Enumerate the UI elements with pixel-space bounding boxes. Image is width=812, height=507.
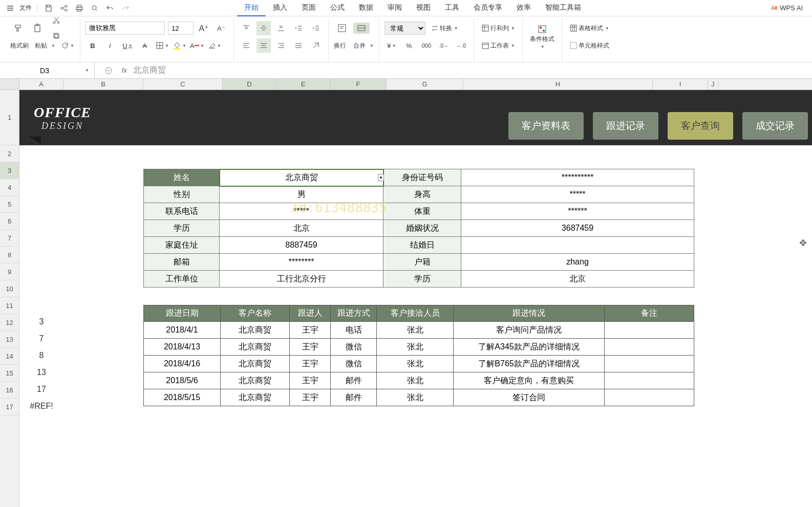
col-header-C[interactable]: C (143, 79, 223, 90)
follow-cell[interactable]: 2018/5/15 (144, 389, 221, 406)
follow-cell[interactable]: 2018/4/1 (144, 322, 221, 339)
follow-cell[interactable]: 张北 (377, 322, 454, 339)
follow-header[interactable]: 客户名称 (221, 305, 290, 322)
follow-cell[interactable]: 王宇 (290, 322, 331, 339)
detail-label[interactable]: 性别 (144, 186, 220, 203)
align-right-icon[interactable] (274, 38, 288, 53)
increase-font-icon[interactable]: A⁺ (197, 21, 211, 35)
cell-ref-input[interactable] (5, 67, 84, 75)
follow-cell[interactable]: 张北 (377, 389, 454, 406)
follow-cell[interactable]: 张北 (377, 356, 454, 372)
follow-cell[interactable]: 张北 (377, 339, 454, 356)
follow-cell[interactable] (605, 389, 694, 406)
detail-label[interactable]: 户籍 (383, 254, 461, 271)
cell-a13[interactable]: 7 (19, 334, 63, 343)
tab-数据[interactable]: 数据 (352, 0, 380, 16)
col-header-E[interactable]: E (276, 79, 330, 90)
increase-indent-icon[interactable] (309, 21, 323, 35)
detail-value[interactable]: 北京 (461, 271, 694, 288)
tab-审阅[interactable]: 审阅 (380, 0, 409, 16)
currency-icon[interactable]: ¥▼ (384, 38, 399, 53)
table-style-button[interactable]: 表格样式▼ (567, 23, 611, 34)
nav-button[interactable]: 跟进记录 (593, 112, 658, 140)
follow-cell[interactable]: 王宇 (290, 339, 331, 356)
detail-label[interactable]: 工作单位 (144, 271, 220, 288)
follow-cell[interactable]: 北京商贸 (221, 322, 290, 339)
row-header-3[interactable]: 3 (0, 162, 19, 179)
merge-label[interactable]: 合并 (353, 41, 366, 50)
col-header-J[interactable]: J (708, 79, 718, 90)
paste-button[interactable] (30, 23, 46, 34)
undo-icon[interactable] (104, 2, 116, 14)
detail-value[interactable]: 男 (220, 186, 383, 203)
detail-label[interactable]: 婚姻状况 (383, 220, 461, 237)
follow-cell[interactable]: 签订合同 (454, 389, 605, 406)
follow-cell[interactable]: 微信 (331, 356, 377, 372)
decrease-decimal-icon[interactable]: ←.0 (454, 38, 468, 53)
fill-color-button[interactable]: ▼ (173, 38, 187, 53)
detail-label[interactable]: 体重 (383, 203, 461, 220)
detail-value[interactable]: 北京 (220, 220, 383, 237)
row-header-11[interactable]: 11 (0, 297, 19, 314)
strikethrough-button[interactable]: A (138, 38, 152, 53)
follow-cell[interactable]: 邮件 (331, 372, 377, 389)
tab-会员专享[interactable]: 会员专享 (466, 0, 509, 16)
share-icon[interactable] (58, 2, 70, 14)
follow-cell[interactable]: 北京商贸 (221, 389, 290, 406)
tab-公式[interactable]: 公式 (323, 0, 352, 16)
follow-header[interactable]: 备注 (605, 305, 694, 322)
col-header-D[interactable]: D (223, 79, 276, 90)
follow-cell[interactable]: 北京商贸 (221, 339, 290, 356)
col-header-F[interactable]: F (330, 79, 387, 90)
follow-cell[interactable]: 北京商贸 (221, 372, 290, 389)
detail-value[interactable]: ***** (220, 203, 383, 220)
dropdown-handle[interactable]: ▼ (378, 174, 384, 181)
font-size-select[interactable] (168, 21, 194, 35)
detail-value[interactable]: ****** (461, 203, 694, 220)
follow-cell[interactable]: 客户确定意向，有意购买 (454, 372, 605, 389)
tab-智能工具箱[interactable]: 智能工具箱 (538, 0, 588, 16)
row-header-1[interactable]: 1 (0, 90, 19, 145)
wrap-text-button[interactable] (334, 23, 350, 34)
follow-cell[interactable]: 微信 (331, 339, 377, 356)
row-header-6[interactable]: 6 (0, 213, 19, 230)
decrease-font-icon[interactable]: A⁻ (214, 21, 228, 35)
follow-header[interactable]: 跟进方式 (331, 305, 377, 322)
detail-label[interactable]: 身高 (383, 186, 461, 203)
cell-a16[interactable]: 17 (19, 385, 63, 394)
justify-icon[interactable] (291, 38, 306, 53)
cancel-formula-icon[interactable] (102, 63, 116, 78)
detail-label[interactable]: 联系电话 (144, 203, 220, 220)
nav-button[interactable]: 客户资料表 (508, 112, 584, 140)
align-top-icon[interactable] (239, 21, 253, 35)
file-menu[interactable]: 文件 (19, 4, 32, 12)
follow-cell[interactable] (605, 372, 694, 389)
cell-a12[interactable]: 3 (19, 317, 63, 326)
tab-视图[interactable]: 视图 (409, 0, 438, 16)
cell-reference-box[interactable]: ▼ (0, 62, 95, 78)
follow-cell[interactable] (605, 356, 694, 372)
cut-icon[interactable] (49, 13, 63, 28)
wps-ai-button[interactable]: WPS AI (765, 4, 808, 12)
chevron-down-icon[interactable]: ▼ (85, 68, 89, 73)
follow-cell[interactable]: 2018/5/6 (144, 372, 221, 389)
tab-效率[interactable]: 效率 (509, 0, 538, 16)
detail-value[interactable]: 8887459 (220, 237, 383, 254)
nav-button[interactable]: 成交记录 (742, 112, 808, 140)
number-format-select[interactable]: 常规 (384, 21, 425, 35)
row-header-10[interactable]: 10 (0, 280, 19, 297)
detail-label[interactable]: 学历 (383, 271, 461, 288)
align-left-icon[interactable] (239, 38, 253, 53)
tab-开始[interactable]: 开始 (237, 0, 266, 16)
detail-value[interactable] (461, 237, 694, 254)
rowcol-button[interactable]: 行和列▼ (479, 23, 517, 34)
row-header-16[interactable]: 16 (0, 382, 19, 399)
formula-input[interactable] (133, 66, 805, 75)
row-header-17[interactable]: 17 (0, 399, 19, 415)
convert-button[interactable]: 转换▼ (429, 23, 460, 34)
border-button[interactable]: ▼ (155, 38, 169, 53)
follow-header[interactable]: 客户接洽人员 (377, 305, 454, 322)
detail-value[interactable]: ***** (461, 186, 694, 203)
follow-cell[interactable]: 2018/4/16 (144, 356, 221, 372)
row-header-13[interactable]: 13 (0, 331, 19, 348)
